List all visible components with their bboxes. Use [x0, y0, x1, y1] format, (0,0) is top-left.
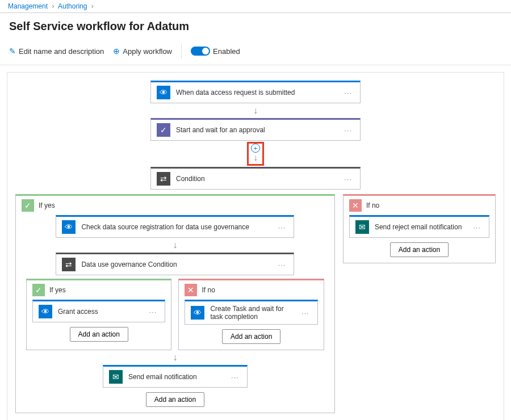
- create-task-label: Create Task and wait for task completion: [210, 305, 294, 321]
- node-menu[interactable]: ···: [229, 373, 241, 381]
- apply-label: Apply workflow: [123, 47, 172, 56]
- condition-icon: ⇄: [157, 172, 170, 186]
- if-yes-label: If yes: [39, 201, 55, 209]
- send-email-label: Send email notification: [128, 373, 223, 381]
- arrow-down-icon: ↓: [253, 103, 258, 118]
- eye-icon: 👁: [62, 220, 76, 234]
- enabled-toggle[interactable]: Enabled: [191, 47, 240, 56]
- x-icon: ✕: [349, 199, 362, 212]
- breadcrumb: Management › Authoring ›: [0, 0, 511, 13]
- mail-icon: ✉: [109, 370, 123, 384]
- insert-step-highlight: + ↓: [247, 142, 264, 166]
- check-registration-node[interactable]: 👁 Check data source registration for dat…: [56, 215, 294, 238]
- add-action-button[interactable]: Add an action: [222, 329, 280, 344]
- node-menu[interactable]: ···: [471, 223, 483, 232]
- if-no-label: If no: [366, 201, 379, 209]
- eye-icon: 👁: [157, 86, 170, 99]
- toggle-label: Enabled: [213, 47, 240, 56]
- breadcrumb-management[interactable]: Management: [8, 2, 48, 10]
- insert-step-button[interactable]: +: [251, 144, 260, 153]
- approval-node[interactable]: ✓ Start and wait for an approval ···: [150, 118, 361, 141]
- grant-label: Grant access: [58, 308, 141, 316]
- arrow-down-icon: ↓: [253, 153, 258, 163]
- x-icon: ✕: [185, 284, 197, 296]
- grant-access-node[interactable]: 👁 Grant access ···: [32, 300, 165, 322]
- node-menu[interactable]: ···: [342, 89, 354, 97]
- inner-no-label: If no: [202, 286, 215, 294]
- pencil-icon: ✎: [9, 47, 16, 56]
- toolbar: ✎ Edit name and description ⊕ Apply work…: [0, 43, 511, 65]
- eye-icon: 👁: [39, 305, 52, 318]
- chevron-right-icon: ›: [52, 2, 54, 10]
- check-registration-label: Check data source registration for data …: [81, 223, 270, 231]
- approval-icon: ✓: [157, 123, 170, 137]
- page-title: Self Service workflow for Adatum: [0, 13, 511, 43]
- node-menu[interactable]: ···: [276, 223, 288, 232]
- governance-condition-node[interactable]: ⇄ Data use governance Condition ···: [56, 253, 294, 275]
- inner-if-yes-branch: ✓ If yes 👁 Grant access ···: [26, 279, 171, 350]
- node-menu[interactable]: ···: [276, 261, 288, 269]
- apply-workflow-button[interactable]: ⊕ Apply workflow: [113, 47, 172, 56]
- plus-circle-icon: ⊕: [113, 47, 120, 56]
- send-reject-email-node[interactable]: ✉ Send reject email notification ···: [349, 215, 489, 238]
- eye-icon: 👁: [191, 306, 204, 320]
- add-action-button[interactable]: Add an action: [390, 242, 449, 257]
- arrow-down-icon: ↓: [173, 238, 177, 253]
- condition-icon: ⇄: [62, 258, 76, 271]
- inner-yes-label: If yes: [49, 286, 66, 294]
- node-menu[interactable]: ···: [147, 308, 160, 316]
- node-menu[interactable]: ···: [342, 126, 354, 135]
- inner-branches: ✓ If yes 👁 Grant access ···: [26, 279, 324, 350]
- inner-if-no-branch: ✕ If no 👁 Create Task and wait for task …: [178, 279, 324, 350]
- send-email-node[interactable]: ✉ Send email notification ···: [103, 365, 248, 388]
- create-task-node[interactable]: 👁 Create Task and wait for task completi…: [185, 300, 317, 325]
- trigger-node[interactable]: 👁 When data access request is submitted …: [150, 81, 361, 103]
- add-action-button[interactable]: Add an action: [146, 392, 204, 407]
- if-yes-branch: ✓ If yes 👁 Check data source registratio…: [15, 194, 335, 413]
- condition-branches: ✓ If yes 👁 Check data source registratio…: [15, 194, 496, 413]
- edit-label: Edit name and description: [19, 47, 104, 56]
- toolbar-divider: [181, 43, 182, 59]
- chevron-right-icon: ›: [91, 2, 94, 10]
- node-menu[interactable]: ···: [342, 175, 354, 183]
- check-icon: ✓: [22, 199, 34, 212]
- arrow-down-icon: ↓: [173, 350, 177, 365]
- toggle-switch-icon[interactable]: [191, 47, 210, 56]
- node-menu[interactable]: ···: [299, 309, 312, 317]
- check-icon: ✓: [32, 284, 45, 296]
- send-reject-label: Send reject email notification: [375, 223, 465, 231]
- edit-name-description-button[interactable]: ✎ Edit name and description: [9, 47, 104, 56]
- if-no-branch: ✕ If no ✉ Send reject email notification…: [343, 194, 496, 263]
- add-action-button[interactable]: Add an action: [70, 327, 128, 342]
- condition-label: Condition: [176, 175, 336, 183]
- breadcrumb-authoring[interactable]: Authoring: [58, 2, 87, 10]
- gov-cond-label: Data use governance Condition: [81, 261, 270, 268]
- condition-node[interactable]: ⇄ Condition ···: [150, 167, 361, 190]
- trigger-label: When data access request is submitted: [176, 89, 336, 96]
- mail-icon: ✉: [355, 220, 369, 234]
- approval-label: Start and wait for an approval: [176, 126, 336, 134]
